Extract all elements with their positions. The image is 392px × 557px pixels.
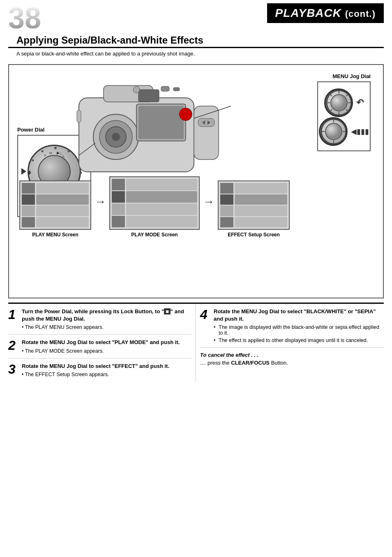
bar4 — [36, 217, 89, 228]
screens-area: PLAY MENU Screen → — [19, 176, 373, 238]
step-2-detail: The PLAY MODE Screen appears. — [22, 348, 191, 354]
cancel-text: .... press the CLEAR/FOCUS Button. — [200, 360, 384, 366]
bar3 — [36, 206, 89, 216]
step-4-content: Rotate the MENU Jog Dial to select "BLAC… — [214, 308, 384, 343]
step-1-number: 1 — [8, 308, 18, 321]
section-title: Applying Sepia/Black-and-White Effects — [8, 33, 384, 48]
ef-bar2 — [235, 194, 287, 205]
ef-bar4 — [235, 217, 287, 228]
svg-rect-45 — [138, 90, 159, 102]
step-4-bullet2: The effect is applied to other displayed… — [214, 337, 384, 343]
bar2 — [36, 194, 89, 205]
page-title: PLAYBACK (cont.) — [267, 3, 384, 23]
step-1-main: Turn the Power Dial, while pressing its … — [22, 308, 191, 323]
page-header: 38 PLAYBACK (cont.) — [0, 0, 392, 33]
ef-thumb1 — [220, 183, 233, 194]
jog-wheel-upper — [324, 88, 353, 117]
page-number: 38 — [8, 3, 41, 33]
steps-right: 4 Rotate the MENU Jog Dial to select "BL… — [196, 304, 384, 381]
pm-bar2 — [126, 191, 197, 203]
step-4: 4 Rotate the MENU Jog Dial to select "BL… — [200, 304, 384, 348]
step-1-detail: The PLAY MENU Screen appears. — [22, 324, 191, 330]
pm-thumb3 — [112, 203, 125, 215]
play-triangle — [21, 168, 26, 175]
step-2-main: Rotate the MENU Jog Dial to select "PLAY… — [22, 339, 191, 346]
svg-point-51 — [133, 86, 140, 93]
pm-thumb4 — [112, 216, 125, 227]
svg-point-20 — [331, 95, 347, 111]
pm-bar3 — [126, 203, 197, 215]
ef-bar3 — [235, 206, 287, 216]
play-menu-screen-group: PLAY MENU Screen — [19, 180, 91, 238]
menu-jog-dial-label: MENU Jog Dial — [333, 73, 371, 79]
svg-point-40 — [112, 133, 120, 141]
svg-rect-50 — [77, 110, 81, 122]
ef-thumb3 — [220, 206, 233, 216]
thumb4 — [22, 217, 35, 228]
step-4-bullet1: The image is displayed with the black-an… — [214, 324, 384, 336]
power-dial-label: Power Dial — [17, 127, 44, 133]
jog-wheel-svg — [326, 90, 351, 116]
step-1: 1 Turn the Power Dial, while pressing it… — [8, 304, 191, 335]
ef-thumb2 — [220, 194, 233, 205]
clear-focus-button-label: CLEAR/FOCUS — [231, 360, 270, 366]
camera-area: Power Dial — [13, 69, 379, 246]
play-menu-screen-label: PLAY MENU Screen — [32, 232, 78, 238]
section-title-wrapper: Applying Sepia/Black-and-White Effects A… — [0, 33, 392, 60]
jog-wheel-lower — [319, 117, 348, 146]
play-mode-screen-group: PLAY MODE Screen — [109, 176, 200, 238]
pm-bar4 — [126, 216, 197, 227]
steps-section: 1 Turn the Power Dial, while pressing it… — [8, 303, 384, 381]
play-mode-screen — [109, 176, 200, 230]
jog-dial-box: ↶ — [317, 81, 371, 151]
ef-thumb4 — [220, 217, 233, 228]
diagram-box: Power Dial — [8, 64, 384, 298]
svg-point-12 — [42, 150, 44, 153]
pm-thumb2 — [112, 191, 125, 203]
ef-bar1 — [235, 183, 287, 194]
thumb1 — [22, 183, 35, 194]
step-2-number: 2 — [8, 339, 18, 352]
step-4-main: Rotate the MENU Jog Dial to select "BLAC… — [214, 308, 384, 323]
play-menu-screen — [19, 180, 91, 230]
effect-screen-group: EFFECT Setup Screen — [218, 180, 290, 238]
svg-point-11 — [32, 159, 34, 162]
svg-rect-44 — [173, 88, 180, 91]
step-3-main: Rotate the MENU Jog Dial to select "EFFE… — [22, 363, 191, 370]
svg-point-30 — [325, 123, 342, 140]
step-3-content: Rotate the MENU Jog Dial to select "EFFE… — [22, 363, 191, 377]
svg-point-46 — [180, 108, 192, 120]
svg-text:P: P — [44, 154, 46, 157]
svg-rect-43 — [161, 86, 169, 91]
svg-rect-42 — [138, 106, 184, 139]
step-1-content: Turn the Power Dial, while pressing its … — [22, 308, 191, 330]
step-2: 2 Rotate the MENU Jog Dial to select "PL… — [8, 335, 191, 358]
svg-text:M: M — [49, 151, 52, 155]
thumb3 — [22, 206, 35, 216]
effect-screen-label: EFFECT Setup Screen — [228, 232, 280, 238]
cont-label: (cont.) — [345, 9, 376, 19]
steps-left: 1 Turn the Power Dial, while pressing it… — [8, 304, 196, 381]
jog-arrow-upper: ↶ — [356, 97, 364, 108]
playback-title: PLAYBACK — [275, 7, 341, 19]
bar1 — [36, 183, 89, 194]
arrow-1: → — [91, 195, 109, 208]
jog-arrow-lower: ◀▮▮▮ — [351, 127, 369, 136]
jog-wheel-lower-svg — [321, 118, 346, 145]
play-mode-screen-label: PLAY MODE Screen — [131, 232, 178, 238]
effect-screen — [218, 180, 290, 230]
cancel-title: To cancel the effect . . . — [200, 352, 384, 358]
step-3-detail: The EFFECT Setup Screen appears. — [22, 372, 191, 377]
thumb2 — [22, 194, 35, 205]
step-4-number: 4 — [200, 308, 210, 321]
pm-thumb1 — [112, 179, 125, 190]
cancel-section: To cancel the effect . . . .... press th… — [200, 348, 384, 366]
section-subtitle: A sepia or black-and-white effect can be… — [8, 48, 384, 60]
pm-bar1 — [126, 179, 197, 190]
step-2-content: Rotate the MENU Jog Dial to select "PLAY… — [22, 339, 191, 354]
step-3-number: 3 — [8, 363, 18, 376]
step-3: 3 Rotate the MENU Jog Dial to select "EF… — [8, 358, 191, 381]
svg-rect-52 — [198, 118, 214, 127]
arrow-2: → — [200, 195, 218, 208]
svg-marker-13 — [29, 171, 30, 175]
